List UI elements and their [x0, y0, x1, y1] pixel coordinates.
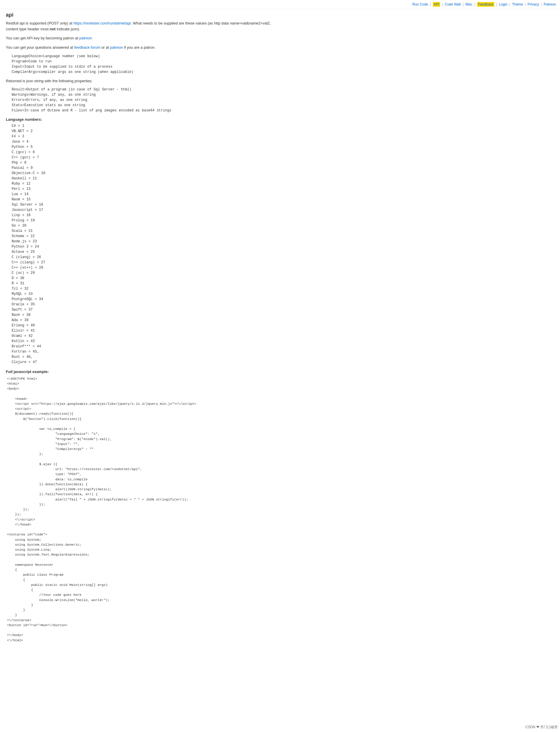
bottom-logo: CSDN ❤ 开门口磁管 [525, 725, 558, 730]
intro-paragraph-2: You can get API key by becoming patron a… [6, 35, 274, 41]
nav-theme[interactable]: Theme [512, 2, 523, 6]
nav-code-wall[interactable]: Code Wall [445, 2, 461, 6]
intro-paragraph-3: You can get your questions answered at f… [6, 45, 274, 50]
js-example-label: Full javascript example: [6, 369, 274, 374]
main-content: api Restfull api is supported (POST only… [0, 9, 280, 646]
api-url-link[interactable]: https://rextester.com/rundotnet/api [73, 21, 131, 25]
sep2: | [442, 2, 443, 6]
nav-api[interactable]: API [433, 2, 440, 7]
sep1: | [430, 2, 431, 6]
returned-code: Result=Output of a program (in case of S… [12, 87, 274, 113]
page-title: api [6, 12, 274, 18]
patreon-link-2[interactable]: patreon [110, 45, 123, 50]
sep8: | [541, 2, 542, 6]
nav-privacy[interactable]: Privacy [528, 2, 539, 6]
language-numbers-code: C# = 1 VB.NET = 2 F# = 3 Java = 4 Python… [12, 123, 274, 365]
sep3: | [463, 2, 463, 6]
sep4: | [474, 2, 475, 6]
js-example-code: <!DOCTYPE html> <html> <body> <head> <sc… [7, 376, 274, 643]
feedback-forum-link[interactable]: feedback forum [74, 45, 100, 50]
returned-section: Result=Output of a program (in case of S… [6, 87, 274, 113]
language-numbers-section: C# = 1 VB.NET = 2 F# = 3 Java = 4 Python… [6, 123, 274, 365]
js-example-section: <!DOCTYPE html> <html> <body> <head> <sc… [6, 376, 274, 643]
params-section: LanguageChoice=Language number (see belo… [6, 54, 274, 75]
patreon-link-1[interactable]: patreon [79, 36, 92, 40]
nav-feedback[interactable]: Feedback [477, 2, 494, 7]
sep7: | [525, 2, 526, 6]
sep5: | [496, 2, 497, 6]
returned-label: Returned is json string with the followi… [6, 78, 274, 84]
params-code: LanguageChoice=Language number (see belo… [12, 54, 274, 75]
intro-paragraph-1: Restfull api is supported (POST only) at… [6, 20, 274, 32]
nav-patreon[interactable]: Patreon [544, 2, 556, 6]
sep6: | [509, 2, 510, 6]
language-numbers-label: Language numbers: [6, 117, 274, 122]
nav-misc[interactable]: Misc [465, 2, 473, 6]
nav-login[interactable]: Login [499, 2, 507, 6]
nav-run-code[interactable]: Run Code [412, 2, 428, 6]
top-navigation: Run Code | API | Code Wall | Misc | Feed… [0, 0, 560, 9]
